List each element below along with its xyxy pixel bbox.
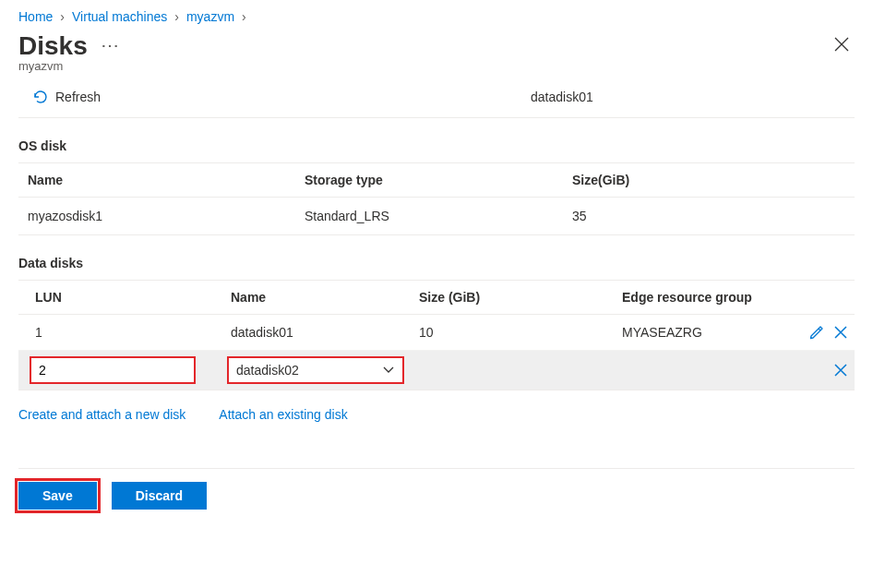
col-header-storage: Storage type <box>295 163 563 198</box>
os-disk-size: 35 <box>563 198 855 235</box>
delete-icon[interactable] <box>832 324 849 341</box>
chevron-right-icon: › <box>242 9 246 24</box>
os-disk-table: Name Storage type Size(GiB) myazosdisk1 … <box>18 162 855 235</box>
os-disk-storage: Standard_LRS <box>295 198 563 235</box>
refresh-icon <box>33 90 48 104</box>
data-disks-heading: Data disks <box>18 256 855 270</box>
data-disks-table: LUN Name Size (GiB) Edge resource group … <box>18 280 855 390</box>
close-icon <box>834 37 849 52</box>
discard-button[interactable]: Discard <box>112 482 207 510</box>
close-button[interactable] <box>829 31 855 60</box>
data-disk-editing-row: datadisk02 <box>18 351 855 390</box>
col-header-size: Size(GiB) <box>563 163 855 198</box>
col-header-name: Name <box>221 281 410 315</box>
col-header-size: Size (GiB) <box>410 281 613 315</box>
data-disk-row: 1 datadisk01 10 MYASEAZRG <box>18 315 855 351</box>
col-header-lun: LUN <box>18 281 221 315</box>
os-disk-row: myazosdisk1 Standard_LRS 35 <box>18 198 855 235</box>
col-header-group: Edge resource group <box>613 281 790 315</box>
footer: Save Discard <box>18 468 855 510</box>
disk-name: datadisk01 <box>221 315 410 351</box>
disk-size: 10 <box>410 315 613 351</box>
breadcrumb-home[interactable]: Home <box>18 9 53 24</box>
lun-input[interactable] <box>30 356 196 384</box>
breadcrumb-vm[interactable]: myazvm <box>186 9 234 24</box>
disk-lun: 1 <box>18 315 221 351</box>
breadcrumb-vms[interactable]: Virtual machines <box>72 9 167 24</box>
chevron-right-icon: › <box>174 9 179 24</box>
toolbar-status: datadisk01 <box>531 90 593 104</box>
chevron-down-icon <box>382 366 395 375</box>
save-button[interactable]: Save <box>18 482 97 510</box>
os-disk-name: myazosdisk1 <box>18 198 295 235</box>
chevron-right-icon: › <box>60 9 65 24</box>
page-subtitle: myazvm <box>18 59 119 73</box>
disk-name-select-value: datadisk02 <box>236 363 299 378</box>
delete-icon[interactable] <box>832 362 849 378</box>
page-title: Disks <box>18 31 88 61</box>
refresh-label: Refresh <box>55 90 101 104</box>
toolbar: Refresh datadisk01 <box>18 86 855 118</box>
breadcrumb: Home › Virtual machines › myazvm › <box>18 6 855 30</box>
create-disk-link[interactable]: Create and attach a new disk <box>18 407 185 422</box>
attach-disk-link[interactable]: Attach an existing disk <box>219 407 347 422</box>
os-disk-heading: OS disk <box>18 138 855 153</box>
col-header-name: Name <box>18 163 295 198</box>
refresh-button[interactable]: Refresh <box>18 86 106 108</box>
more-menu-icon[interactable]: ⋯ <box>101 35 119 55</box>
disk-name-select[interactable]: datadisk02 <box>227 356 404 384</box>
disk-group: MYASEAZRG <box>613 315 790 351</box>
edit-icon[interactable] <box>808 324 825 341</box>
